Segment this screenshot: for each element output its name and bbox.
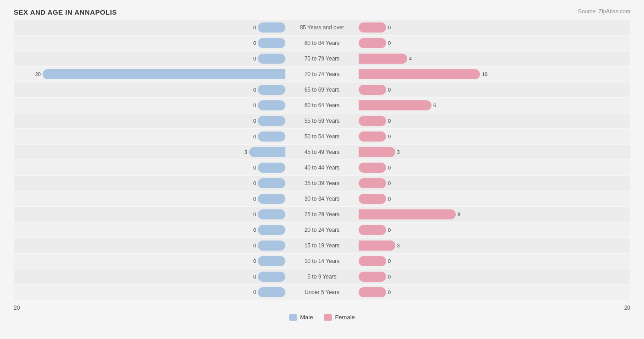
age-label: 35 to 39 Years bbox=[285, 180, 359, 186]
male-bar: 0 bbox=[258, 194, 285, 204]
female-value: 0 bbox=[388, 165, 391, 170]
bar-row: 0 80 to 84 Years 0 bbox=[14, 36, 630, 50]
left-side: 20 bbox=[14, 67, 285, 82]
legend: Male Female bbox=[14, 314, 630, 321]
female-value: 0 bbox=[388, 180, 391, 186]
female-value: 0 bbox=[388, 40, 391, 46]
female-bar: 0 bbox=[359, 225, 386, 235]
bar-row: 0 25 to 29 Years 8 bbox=[14, 207, 630, 222]
age-label: 40 to 44 Years bbox=[285, 164, 359, 171]
male-bar: 0 bbox=[258, 272, 285, 282]
age-label: 65 to 69 Years bbox=[285, 87, 359, 93]
legend-male: Male bbox=[289, 314, 313, 321]
bar-row: 0 20 to 24 Years 0 bbox=[14, 223, 630, 237]
bar-row: 0 5 to 9 Years 0 bbox=[14, 269, 630, 284]
female-bar: 0 bbox=[359, 178, 386, 188]
left-side: 0 bbox=[14, 160, 285, 175]
female-bar: 6 bbox=[359, 100, 431, 110]
female-bar: 0 bbox=[359, 131, 386, 142]
age-label: 25 to 29 Years bbox=[285, 211, 359, 218]
left-side: 0 bbox=[14, 129, 285, 144]
male-bar: 0 bbox=[258, 241, 285, 251]
axis-labels: 20 20 bbox=[14, 305, 630, 311]
female-bar: 8 bbox=[359, 209, 456, 219]
chart-container: SEX AND AGE IN ANNAPOLIS Source: ZipAtla… bbox=[0, 0, 644, 339]
right-side: 0 bbox=[359, 254, 630, 268]
chart-title: SEX AND AGE IN ANNAPOLIS bbox=[14, 8, 630, 16]
left-side: 0 bbox=[14, 285, 285, 300]
legend-female: Female bbox=[324, 314, 355, 321]
male-bar: 0 bbox=[258, 54, 285, 64]
female-bar: 0 bbox=[359, 287, 386, 297]
bar-row: 0 75 to 79 Years 4 bbox=[14, 51, 630, 66]
female-bar: 3 bbox=[359, 147, 395, 157]
left-side: 0 bbox=[14, 20, 285, 35]
bar-row: 0 40 to 44 Years 0 bbox=[14, 160, 630, 175]
male-value: 0 bbox=[253, 56, 256, 61]
right-side: 8 bbox=[359, 207, 630, 222]
right-side: 0 bbox=[359, 191, 630, 206]
female-bar: 0 bbox=[359, 38, 386, 48]
male-value: 0 bbox=[253, 227, 256, 233]
bar-row: 0 30 to 34 Years 0 bbox=[14, 191, 630, 206]
right-side: 0 bbox=[359, 285, 630, 300]
male-bar: 0 bbox=[258, 131, 285, 142]
male-value: 0 bbox=[253, 243, 256, 248]
age-label: 30 to 34 Years bbox=[285, 196, 359, 202]
left-side: 0 bbox=[14, 238, 285, 253]
female-value: 0 bbox=[388, 196, 391, 202]
age-label: 50 to 54 Years bbox=[285, 133, 359, 140]
male-value: 0 bbox=[253, 118, 256, 124]
female-value: 10 bbox=[482, 71, 487, 77]
male-value: 0 bbox=[253, 25, 256, 30]
right-side: 0 bbox=[359, 160, 630, 175]
female-value: 3 bbox=[397, 149, 400, 155]
female-value: 4 bbox=[409, 56, 412, 61]
male-value: 20 bbox=[35, 71, 41, 77]
age-label: 10 to 14 Years bbox=[285, 258, 359, 264]
bar-row: 0 65 to 69 Years 0 bbox=[14, 82, 630, 97]
male-value: 0 bbox=[253, 134, 256, 139]
left-side: 0 bbox=[14, 51, 285, 66]
male-value: 0 bbox=[253, 290, 256, 295]
bar-row: 0 60 to 64 Years 6 bbox=[14, 98, 630, 113]
male-bar: 0 bbox=[258, 85, 285, 95]
left-side: 0 bbox=[14, 114, 285, 128]
female-value: 0 bbox=[388, 290, 391, 295]
male-value: 3 bbox=[244, 149, 247, 155]
source-text: Source: ZipAtlas.com bbox=[578, 8, 630, 15]
chart-area: 0 85 Years and over 0 0 80 to 84 Years 0 bbox=[14, 20, 630, 300]
bar-row: 0 10 to 14 Years 0 bbox=[14, 254, 630, 268]
right-side: 0 bbox=[359, 223, 630, 237]
bar-row: 0 50 to 54 Years 0 bbox=[14, 129, 630, 144]
male-bar: 0 bbox=[258, 163, 285, 173]
bar-row: 0 15 to 19 Years 3 bbox=[14, 238, 630, 253]
male-value: 0 bbox=[253, 274, 256, 279]
left-side: 0 bbox=[14, 254, 285, 268]
right-side: 3 bbox=[359, 145, 630, 159]
left-side: 0 bbox=[14, 269, 285, 284]
male-bar: 0 bbox=[258, 22, 285, 33]
bottom-area: 20 20 Male Female bbox=[14, 302, 630, 321]
female-value: 0 bbox=[388, 118, 391, 124]
right-side: 0 bbox=[359, 176, 630, 191]
female-bar: 4 bbox=[359, 54, 407, 64]
age-label: 55 to 59 Years bbox=[285, 118, 359, 124]
legend-male-label: Male bbox=[300, 314, 313, 321]
female-value: 0 bbox=[388, 227, 391, 233]
male-value: 0 bbox=[253, 180, 256, 186]
bar-row: 0 Under 5 Years 0 bbox=[14, 285, 630, 300]
legend-female-label: Female bbox=[335, 314, 355, 321]
left-side: 0 bbox=[14, 207, 285, 222]
age-label: 20 to 24 Years bbox=[285, 227, 359, 233]
male-bar: 0 bbox=[258, 256, 285, 266]
bar-row: 20 70 to 74 Years 10 bbox=[14, 67, 630, 82]
age-label: 85 Years and over bbox=[285, 24, 359, 31]
male-value: 0 bbox=[253, 196, 256, 202]
left-side: 0 bbox=[14, 191, 285, 206]
male-bar: 0 bbox=[258, 209, 285, 219]
female-value: 0 bbox=[388, 274, 391, 279]
bar-row: 0 85 Years and over 0 bbox=[14, 20, 630, 35]
female-value: 3 bbox=[397, 243, 400, 248]
female-value: 8 bbox=[458, 212, 460, 217]
